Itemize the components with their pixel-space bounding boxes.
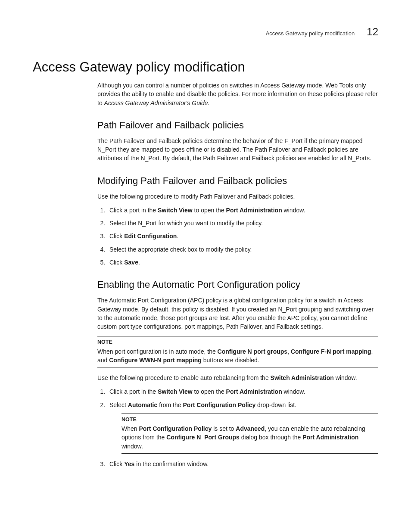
ui-ref-port-config-policy: Port Configuration Policy bbox=[139, 425, 212, 432]
list-item: Click a port in the Switch View to open … bbox=[107, 206, 378, 215]
step-text: . bbox=[138, 259, 140, 266]
list-item: Click a port in the Switch View to open … bbox=[107, 387, 378, 396]
note-label: NOTE bbox=[97, 338, 378, 346]
note-text: When bbox=[121, 425, 139, 432]
step-text: Click a port in the bbox=[109, 207, 158, 214]
ui-ref-port-config-policy: Port Configuration Policy bbox=[183, 401, 255, 408]
ui-ref-port-admin: Port Administration bbox=[302, 434, 358, 441]
sec1-paragraph: The Path Failover and Failback policies … bbox=[97, 137, 378, 163]
section-heading-path-failover: Path Failover and Failback policies bbox=[97, 118, 378, 132]
list-item: Select the N_Port for which you want to … bbox=[107, 219, 378, 227]
note-text: , bbox=[287, 348, 291, 355]
list-item: Click Yes in the confirmation window. bbox=[107, 460, 378, 468]
page-title: Access Gateway policy modification bbox=[33, 59, 378, 75]
sec3-p2: Use the following procedure to enable au… bbox=[97, 373, 378, 382]
intro-paragraph: Although you can control a number of pol… bbox=[97, 81, 378, 107]
ui-ref-yes: Yes bbox=[124, 460, 134, 467]
ui-ref-switch-view: Switch View bbox=[158, 388, 193, 395]
note-box: NOTE When Port Configuration Policy is s… bbox=[121, 414, 378, 454]
sec2-steps: Click a port in the Switch View to open … bbox=[97, 206, 378, 267]
note-text: buttons are disabled. bbox=[202, 357, 259, 364]
list-item: Select Automatic from the Port Configura… bbox=[107, 401, 378, 454]
sec3-paragraph: The Automatic Port Configuration (APC) p… bbox=[97, 296, 378, 331]
step-text: Click bbox=[109, 259, 124, 266]
running-title: Access Gateway policy modification bbox=[266, 30, 355, 37]
ui-ref-save: Save bbox=[124, 259, 138, 266]
ui-ref-configure-nport-groups: Configure N_Port Groups bbox=[166, 434, 240, 441]
document-page: Access Gateway policy modification 12 Ac… bbox=[0, 0, 411, 490]
ui-ref-switch-admin: Switch Administration bbox=[271, 374, 334, 381]
ui-ref-switch-view: Switch View bbox=[158, 207, 193, 214]
step-text: to open the bbox=[193, 388, 226, 395]
intro-text-b: . bbox=[208, 100, 210, 106]
ui-ref-automatic: Automatic bbox=[128, 401, 157, 408]
note-label: NOTE bbox=[121, 416, 378, 423]
step-text: Select bbox=[109, 401, 128, 408]
note-text: is set to bbox=[212, 425, 236, 432]
step-text: Click bbox=[109, 233, 124, 240]
step-text: Use the following procedure to enable au… bbox=[97, 374, 271, 381]
sec2-intro: Use the following procedure to modify Pa… bbox=[97, 192, 378, 201]
note-text: window. bbox=[121, 443, 143, 450]
note-box: NOTE When port configuration is in auto … bbox=[97, 336, 378, 367]
step-text: Click a port in the bbox=[109, 388, 158, 395]
section-heading-modifying: Modifying Path Failover and Failback pol… bbox=[97, 174, 378, 188]
ui-ref-configure-n-port-groups: Configure N port groups bbox=[218, 348, 288, 355]
step-text: in the confirmation window. bbox=[134, 460, 209, 467]
note-text: When port configuration is in auto mode,… bbox=[97, 348, 218, 355]
note-text: dialog box through the bbox=[240, 434, 302, 441]
ui-ref-edit-config: Edit Configuration bbox=[124, 233, 177, 240]
step-text: to open the bbox=[193, 207, 226, 214]
step-text: from the bbox=[157, 401, 183, 408]
step-text: window. bbox=[282, 388, 305, 395]
intro-guide-title: Access Gateway Administrator's Guide bbox=[104, 100, 208, 106]
list-item: Select the appropriate check box to modi… bbox=[107, 245, 378, 254]
section-heading-enabling-apc: Enabling the Automatic Port Configuratio… bbox=[97, 278, 378, 292]
step-text: window. bbox=[282, 207, 305, 214]
step-text: . bbox=[177, 233, 178, 240]
step-text: Click bbox=[109, 460, 124, 467]
ui-ref-configure-wwn-n-mapping: Configure WWN-N port mapping bbox=[109, 357, 202, 364]
step-text: window. bbox=[334, 374, 357, 381]
sec3-steps: Click a port in the Switch View to open … bbox=[97, 387, 378, 468]
ui-ref-port-admin: Port Administration bbox=[226, 207, 282, 214]
ui-ref-configure-fn-mapping: Configure F-N port mapping bbox=[291, 348, 371, 355]
chapter-number: 12 bbox=[367, 26, 378, 38]
ui-ref-port-admin: Port Administration bbox=[226, 388, 282, 395]
ui-ref-advanced: Advanced bbox=[236, 425, 265, 432]
step-text: drop-down list. bbox=[255, 401, 296, 408]
running-header: Access Gateway policy modification 12 bbox=[33, 26, 378, 38]
list-item: Click Save. bbox=[107, 258, 378, 267]
list-item: Click Edit Configuration. bbox=[107, 232, 378, 240]
page-body: Although you can control a number of pol… bbox=[97, 81, 378, 468]
